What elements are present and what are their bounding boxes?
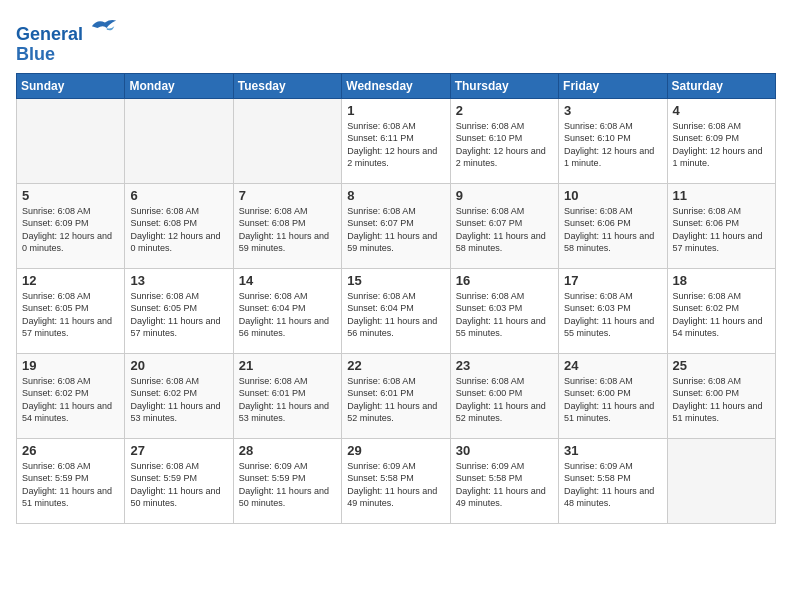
day-info: Sunrise: 6:08 AM Sunset: 6:04 PM Dayligh… — [347, 290, 444, 340]
day-info: Sunrise: 6:08 AM Sunset: 6:00 PM Dayligh… — [673, 375, 770, 425]
calendar-cell: 2Sunrise: 6:08 AM Sunset: 6:10 PM Daylig… — [450, 98, 558, 183]
calendar-cell — [233, 98, 341, 183]
day-number: 2 — [456, 103, 553, 118]
day-info: Sunrise: 6:08 AM Sunset: 6:11 PM Dayligh… — [347, 120, 444, 170]
day-number: 7 — [239, 188, 336, 203]
calendar-cell: 10Sunrise: 6:08 AM Sunset: 6:06 PM Dayli… — [559, 183, 667, 268]
day-info: Sunrise: 6:08 AM Sunset: 6:00 PM Dayligh… — [564, 375, 661, 425]
day-number: 11 — [673, 188, 770, 203]
day-header-wednesday: Wednesday — [342, 73, 450, 98]
calendar-week-row: 12Sunrise: 6:08 AM Sunset: 6:05 PM Dayli… — [17, 268, 776, 353]
calendar-cell — [125, 98, 233, 183]
day-number: 9 — [456, 188, 553, 203]
day-number: 24 — [564, 358, 661, 373]
page-header: General Blue — [16, 16, 776, 65]
day-number: 20 — [130, 358, 227, 373]
calendar-cell: 22Sunrise: 6:08 AM Sunset: 6:01 PM Dayli… — [342, 353, 450, 438]
calendar-week-row: 5Sunrise: 6:08 AM Sunset: 6:09 PM Daylig… — [17, 183, 776, 268]
day-info: Sunrise: 6:08 AM Sunset: 6:07 PM Dayligh… — [456, 205, 553, 255]
day-number: 8 — [347, 188, 444, 203]
calendar-cell: 9Sunrise: 6:08 AM Sunset: 6:07 PM Daylig… — [450, 183, 558, 268]
day-info: Sunrise: 6:08 AM Sunset: 6:06 PM Dayligh… — [673, 205, 770, 255]
calendar-cell: 7Sunrise: 6:08 AM Sunset: 6:08 PM Daylig… — [233, 183, 341, 268]
calendar-cell: 29Sunrise: 6:09 AM Sunset: 5:58 PM Dayli… — [342, 438, 450, 523]
calendar-cell: 15Sunrise: 6:08 AM Sunset: 6:04 PM Dayli… — [342, 268, 450, 353]
calendar-cell: 17Sunrise: 6:08 AM Sunset: 6:03 PM Dayli… — [559, 268, 667, 353]
calendar-cell: 3Sunrise: 6:08 AM Sunset: 6:10 PM Daylig… — [559, 98, 667, 183]
logo-bird-icon — [90, 16, 118, 40]
calendar-cell: 26Sunrise: 6:08 AM Sunset: 5:59 PM Dayli… — [17, 438, 125, 523]
calendar-cell: 28Sunrise: 6:09 AM Sunset: 5:59 PM Dayli… — [233, 438, 341, 523]
day-number: 30 — [456, 443, 553, 458]
calendar-week-row: 19Sunrise: 6:08 AM Sunset: 6:02 PM Dayli… — [17, 353, 776, 438]
day-number: 14 — [239, 273, 336, 288]
day-number: 13 — [130, 273, 227, 288]
calendar-cell: 12Sunrise: 6:08 AM Sunset: 6:05 PM Dayli… — [17, 268, 125, 353]
calendar-cell: 11Sunrise: 6:08 AM Sunset: 6:06 PM Dayli… — [667, 183, 775, 268]
day-info: Sunrise: 6:08 AM Sunset: 6:02 PM Dayligh… — [130, 375, 227, 425]
day-header-monday: Monday — [125, 73, 233, 98]
day-info: Sunrise: 6:08 AM Sunset: 6:08 PM Dayligh… — [130, 205, 227, 255]
day-number: 15 — [347, 273, 444, 288]
day-number: 17 — [564, 273, 661, 288]
day-info: Sunrise: 6:09 AM Sunset: 5:59 PM Dayligh… — [239, 460, 336, 510]
day-number: 23 — [456, 358, 553, 373]
day-number: 1 — [347, 103, 444, 118]
day-info: Sunrise: 6:08 AM Sunset: 6:00 PM Dayligh… — [456, 375, 553, 425]
day-info: Sunrise: 6:08 AM Sunset: 6:01 PM Dayligh… — [347, 375, 444, 425]
day-number: 4 — [673, 103, 770, 118]
day-info: Sunrise: 6:08 AM Sunset: 6:02 PM Dayligh… — [673, 290, 770, 340]
day-info: Sunrise: 6:08 AM Sunset: 6:01 PM Dayligh… — [239, 375, 336, 425]
calendar-cell: 19Sunrise: 6:08 AM Sunset: 6:02 PM Dayli… — [17, 353, 125, 438]
day-number: 21 — [239, 358, 336, 373]
day-info: Sunrise: 6:08 AM Sunset: 6:02 PM Dayligh… — [22, 375, 119, 425]
day-header-saturday: Saturday — [667, 73, 775, 98]
calendar-cell: 8Sunrise: 6:08 AM Sunset: 6:07 PM Daylig… — [342, 183, 450, 268]
day-number: 29 — [347, 443, 444, 458]
calendar-cell: 16Sunrise: 6:08 AM Sunset: 6:03 PM Dayli… — [450, 268, 558, 353]
day-number: 22 — [347, 358, 444, 373]
day-number: 16 — [456, 273, 553, 288]
calendar-cell: 18Sunrise: 6:08 AM Sunset: 6:02 PM Dayli… — [667, 268, 775, 353]
calendar-week-row: 1Sunrise: 6:08 AM Sunset: 6:11 PM Daylig… — [17, 98, 776, 183]
calendar-cell: 25Sunrise: 6:08 AM Sunset: 6:00 PM Dayli… — [667, 353, 775, 438]
calendar-table: SundayMondayTuesdayWednesdayThursdayFrid… — [16, 73, 776, 524]
day-number: 28 — [239, 443, 336, 458]
calendar-cell: 24Sunrise: 6:08 AM Sunset: 6:00 PM Dayli… — [559, 353, 667, 438]
calendar-cell: 20Sunrise: 6:08 AM Sunset: 6:02 PM Dayli… — [125, 353, 233, 438]
day-number: 6 — [130, 188, 227, 203]
day-info: Sunrise: 6:08 AM Sunset: 6:03 PM Dayligh… — [564, 290, 661, 340]
calendar-cell: 4Sunrise: 6:08 AM Sunset: 6:09 PM Daylig… — [667, 98, 775, 183]
day-info: Sunrise: 6:08 AM Sunset: 6:09 PM Dayligh… — [22, 205, 119, 255]
day-number: 25 — [673, 358, 770, 373]
day-info: Sunrise: 6:08 AM Sunset: 6:10 PM Dayligh… — [564, 120, 661, 170]
day-number: 18 — [673, 273, 770, 288]
day-info: Sunrise: 6:09 AM Sunset: 5:58 PM Dayligh… — [347, 460, 444, 510]
calendar-cell: 1Sunrise: 6:08 AM Sunset: 6:11 PM Daylig… — [342, 98, 450, 183]
calendar-body: 1Sunrise: 6:08 AM Sunset: 6:11 PM Daylig… — [17, 98, 776, 523]
day-info: Sunrise: 6:09 AM Sunset: 5:58 PM Dayligh… — [456, 460, 553, 510]
day-info: Sunrise: 6:08 AM Sunset: 6:08 PM Dayligh… — [239, 205, 336, 255]
day-info: Sunrise: 6:08 AM Sunset: 5:59 PM Dayligh… — [22, 460, 119, 510]
day-number: 5 — [22, 188, 119, 203]
calendar-cell: 6Sunrise: 6:08 AM Sunset: 6:08 PM Daylig… — [125, 183, 233, 268]
day-header-sunday: Sunday — [17, 73, 125, 98]
day-header-tuesday: Tuesday — [233, 73, 341, 98]
day-info: Sunrise: 6:08 AM Sunset: 6:07 PM Dayligh… — [347, 205, 444, 255]
day-info: Sunrise: 6:08 AM Sunset: 5:59 PM Dayligh… — [130, 460, 227, 510]
calendar-header-row: SundayMondayTuesdayWednesdayThursdayFrid… — [17, 73, 776, 98]
calendar-cell: 13Sunrise: 6:08 AM Sunset: 6:05 PM Dayli… — [125, 268, 233, 353]
day-info: Sunrise: 6:09 AM Sunset: 5:58 PM Dayligh… — [564, 460, 661, 510]
day-number: 26 — [22, 443, 119, 458]
day-info: Sunrise: 6:08 AM Sunset: 6:10 PM Dayligh… — [456, 120, 553, 170]
day-number: 19 — [22, 358, 119, 373]
calendar-week-row: 26Sunrise: 6:08 AM Sunset: 5:59 PM Dayli… — [17, 438, 776, 523]
day-number: 3 — [564, 103, 661, 118]
day-header-friday: Friday — [559, 73, 667, 98]
day-number: 12 — [22, 273, 119, 288]
day-number: 31 — [564, 443, 661, 458]
calendar-cell: 31Sunrise: 6:09 AM Sunset: 5:58 PM Dayli… — [559, 438, 667, 523]
day-number: 10 — [564, 188, 661, 203]
calendar-cell: 23Sunrise: 6:08 AM Sunset: 6:00 PM Dayli… — [450, 353, 558, 438]
day-info: Sunrise: 6:08 AM Sunset: 6:06 PM Dayligh… — [564, 205, 661, 255]
